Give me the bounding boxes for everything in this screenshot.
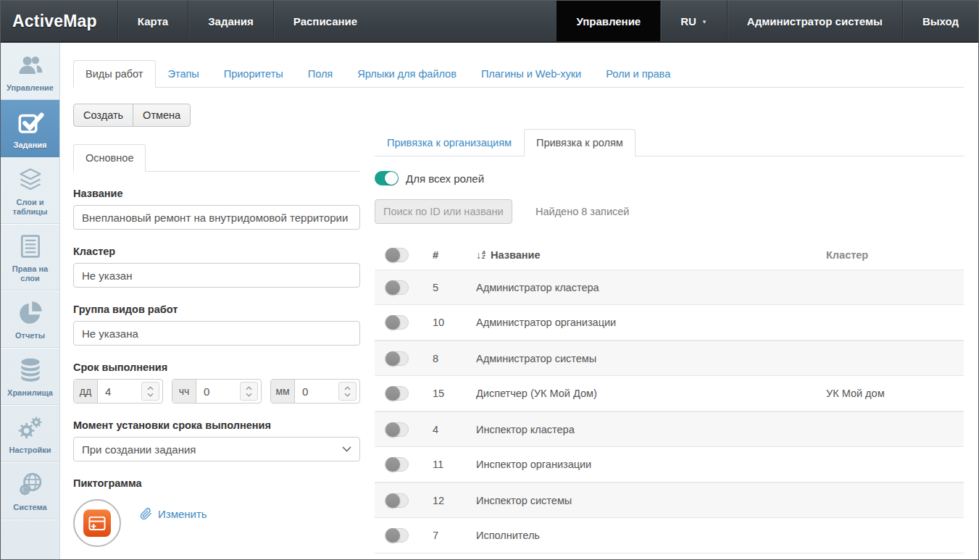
group-label: Группа видов работ <box>73 304 360 315</box>
sidebar-item-8[interactable]: CСистема <box>1 462 59 519</box>
deadline-moment-select[interactable]: При создании задания <box>73 437 360 461</box>
deadline-чч-input[interactable] <box>196 385 240 398</box>
select-all-toggle[interactable] <box>385 248 409 262</box>
tab-5[interactable]: Ярлыки для файлов <box>345 60 469 88</box>
sidebar-item-2[interactable]: Задания <box>1 100 59 157</box>
tab-6[interactable]: Плагины и Web-хуки <box>469 60 593 88</box>
deadline-мм-input[interactable] <box>295 385 338 398</box>
role-toggle[interactable] <box>385 315 409 330</box>
role-id: 5 <box>433 282 476 293</box>
sidebar-item-1[interactable]: Управление <box>1 43 59 100</box>
all-roles-toggle-label: Для всех ролей <box>406 172 484 185</box>
form-actions: Создать Отмена <box>73 104 964 127</box>
deadline-stepper-мм: мм <box>270 379 360 404</box>
role-toggle[interactable] <box>385 386 409 401</box>
results-count: Найдено 8 записей <box>536 206 629 217</box>
pie-chart-icon <box>16 298 45 327</box>
main-content: Виды работЭтапыПриоритетыПоляЯрлыки для … <box>60 43 978 559</box>
topbar-item-right-2[interactable]: RU▼ <box>660 1 727 41</box>
roles-table-header: # ↓AZ Название Кластер <box>375 240 964 269</box>
name-label: Название <box>73 188 360 199</box>
topbar-item-3[interactable]: Расписание <box>273 1 377 41</box>
column-header-cluster[interactable]: Кластер <box>826 249 964 261</box>
table-row: 8Администратор системы <box>375 340 964 376</box>
sidebar-item-6[interactable]: Хранилища <box>1 348 59 405</box>
paperclip-icon <box>140 508 152 520</box>
table-row: 7Исполнитель <box>375 518 964 553</box>
worktype-form: Основное Название Кластер Группа видов р… <box>73 129 360 547</box>
app-logo[interactable]: ActiveMap <box>1 1 117 41</box>
table-row: 15Диспетчер (УК Мой Дом)УК Мой дом <box>375 376 964 411</box>
spinner-arrows-icon[interactable] <box>338 382 357 401</box>
tab-3[interactable]: Приоритеты <box>212 60 296 88</box>
role-toggle[interactable] <box>385 528 409 543</box>
name-input[interactable] <box>73 205 360 230</box>
chevron-down-icon <box>342 446 351 452</box>
topbar: ActiveMap КартаЗаданияРасписание Управле… <box>1 1 978 43</box>
role-id: 10 <box>433 317 476 328</box>
sidebar-item-5[interactable]: Отчеты <box>1 291 59 348</box>
topbar-item-2[interactable]: Задания <box>188 1 273 41</box>
role-id: 7 <box>433 530 476 541</box>
roles-search-input[interactable] <box>375 199 512 224</box>
role-name: Инспектор системы <box>476 495 826 506</box>
sidebar-item-3[interactable]: Слои и таблицы <box>1 157 59 224</box>
cluster-input[interactable] <box>73 263 360 288</box>
form-tabs: Основное <box>73 144 360 172</box>
binding-tab-1[interactable]: Привязка к организациям <box>375 129 524 156</box>
cancel-button[interactable]: Отмена <box>133 104 191 127</box>
tab-1[interactable]: Виды работ <box>73 60 156 88</box>
spinner-arrows-icon[interactable] <box>240 382 258 401</box>
topbar-item-1[interactable]: Карта <box>117 1 188 41</box>
topbar-item-right-3[interactable]: Администратор системы <box>727 1 902 41</box>
tab-2[interactable]: Этапы <box>156 60 212 88</box>
role-name: Администратор организации <box>476 317 826 328</box>
layers-icon <box>16 165 45 194</box>
settings-tabs: Виды работЭтапыПриоритетыПоляЯрлыки для … <box>73 60 964 88</box>
deadline-stepper-чч: чч <box>172 379 262 404</box>
database-icon <box>16 356 45 385</box>
role-name: Инспектор организации <box>476 459 826 470</box>
sidebar-item-4[interactable]: Права на слои <box>1 224 59 291</box>
cluster-label: Кластер <box>73 246 360 257</box>
pictogram-label: Пиктограмма <box>73 477 360 489</box>
role-cluster: УК Мой дом <box>826 388 964 399</box>
role-name: Диспетчер (УК Мой Дом) <box>476 388 826 399</box>
deadline-steppers: ддччмм <box>73 379 360 404</box>
role-name: Администратор системы <box>476 353 826 364</box>
spinner-arrows-icon[interactable] <box>141 382 159 401</box>
users-icon <box>16 51 45 80</box>
tab-main[interactable]: Основное <box>73 144 146 172</box>
role-toggle[interactable] <box>385 422 409 437</box>
column-header-name[interactable]: ↓AZ Название <box>476 249 826 261</box>
topbar-item-right-4[interactable]: Выход <box>902 1 978 41</box>
binding-tab-2[interactable]: Привязка к ролям <box>524 129 636 156</box>
tab-4[interactable]: Поля <box>296 60 345 88</box>
svg-text:C: C <box>22 485 28 494</box>
table-row: 4Инспектор кластера <box>375 411 964 447</box>
table-row: 5Администратор кластера <box>375 269 964 305</box>
pictogram-preview[interactable] <box>73 499 121 547</box>
all-roles-toggle[interactable] <box>375 171 399 185</box>
create-button[interactable]: Создать <box>73 104 133 127</box>
change-link-label: Изменить <box>158 508 207 520</box>
deadline-moment-value: При создании задания <box>82 443 196 456</box>
role-toggle[interactable] <box>385 351 409 366</box>
caret-down-icon: ▼ <box>701 19 707 25</box>
sort-alpha-asc-icon: ↓AZ <box>476 251 486 259</box>
change-pictogram-link[interactable]: Изменить <box>140 508 207 520</box>
deadline-дд-input[interactable] <box>98 385 141 398</box>
role-toggle[interactable] <box>385 280 409 295</box>
tab-7[interactable]: Роли и права <box>593 60 683 88</box>
role-toggle[interactable] <box>385 493 409 508</box>
group-input[interactable] <box>73 321 360 346</box>
sidebar-item-7[interactable]: Настройки <box>1 405 59 462</box>
gears-icon <box>16 413 45 442</box>
role-id: 4 <box>433 424 476 435</box>
column-header-id[interactable]: # <box>433 249 476 261</box>
role-name: Исполнитель <box>476 530 826 541</box>
role-toggle[interactable] <box>385 457 409 472</box>
topbar-item-right-1[interactable]: Управление <box>557 1 661 41</box>
deadline-label: Срок выполнения <box>73 362 360 373</box>
tasks-icon <box>16 108 45 137</box>
